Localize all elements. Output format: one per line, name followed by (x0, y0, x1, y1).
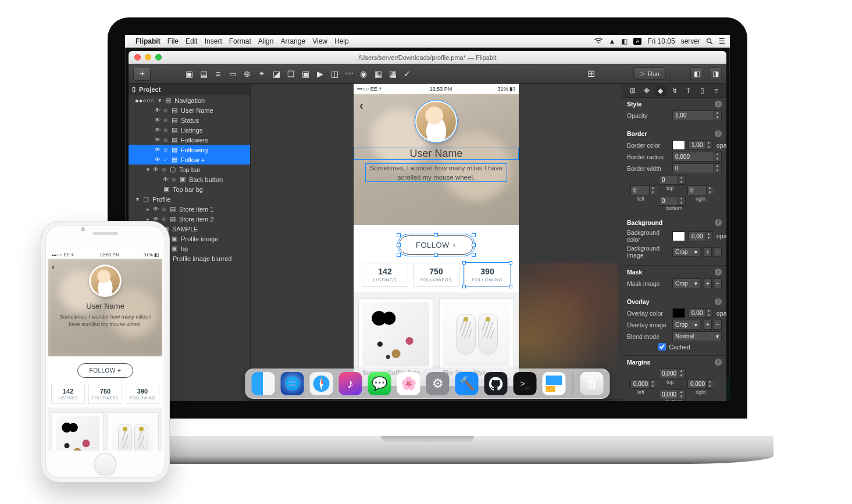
dock-trash-icon[interactable]: 🗑 (580, 372, 604, 395)
margin-left[interactable]: 0,000▲▼ (630, 379, 657, 389)
dock-terminal-icon[interactable]: >_ (514, 372, 537, 395)
window-titlebar[interactable]: /Users/server/Downloads/profile.pma* — F… (129, 51, 726, 64)
layer-row-status[interactable]: 👁⊘▤Status (129, 115, 250, 125)
stat-followers[interactable]: 750FOLLOWERS (88, 384, 122, 404)
image-tool-icon[interactable]: ▣ (183, 68, 195, 80)
border-width-field[interactable]: 0▲▼ (672, 163, 722, 173)
checkbox-tool-icon[interactable]: ◪ (270, 68, 282, 80)
menubar-align[interactable]: Align (258, 37, 274, 45)
overlay-color-swatch[interactable] (672, 308, 685, 318)
follow-button[interactable]: FOLLOW + (77, 363, 134, 378)
layer-row-follow-plus[interactable]: 👁✓▤Follow + (129, 155, 250, 165)
tab-style-icon[interactable]: ◆ (655, 85, 666, 96)
close-window-button[interactable] (134, 54, 141, 60)
menubar-view[interactable]: View (312, 37, 327, 45)
layer-row-username[interactable]: 👁⊘▤User Name (129, 105, 250, 115)
border-right[interactable]: 0▲▼ (687, 185, 714, 195)
stat-following[interactable]: 390 FOLLOWING (464, 263, 511, 287)
grid-toggle-icon[interactable]: ⊞ (587, 68, 595, 79)
card-street[interactable]: The Street Style (108, 412, 159, 451)
layer-row-topbar[interactable]: ▼👁⊘▢Top bar (129, 165, 250, 174)
info-icon[interactable]: i (715, 130, 722, 137)
border-color-swatch[interactable] (672, 140, 685, 150)
tab-actions-icon[interactable]: ↯ (669, 85, 680, 96)
tab-db-icon[interactable]: ≡ (711, 85, 722, 96)
dock-safari-icon[interactable] (310, 372, 333, 395)
dock-globe-icon[interactable]: 🌐 (281, 372, 304, 395)
mask-image-add[interactable]: + (704, 278, 712, 288)
menubar-insert[interactable]: Insert (205, 37, 222, 45)
spotlight-icon[interactable]: ◧ (621, 37, 628, 45)
profile-bio[interactable]: Sometimes, I wonder how many miles I hav… (365, 163, 507, 182)
dock-finder-icon[interactable] (252, 372, 275, 395)
bg-color-opacity[interactable]: 0,00▲▼ (689, 231, 713, 241)
follow-button[interactable]: FOLLOW + (399, 235, 473, 255)
dock-xcode-icon[interactable]: 🔨 (455, 372, 479, 395)
overlay-image-mode[interactable]: Crop▾ (672, 320, 700, 330)
layer-row-backbutton[interactable]: 👁⊘▣Back button (129, 174, 250, 184)
calendar-tool-icon[interactable]: ▦ (372, 68, 384, 80)
menubar-file[interactable]: File (167, 37, 179, 45)
keyboard-indicator-icon[interactable]: A (633, 38, 641, 45)
margin-right[interactable]: 0,000▲▼ (687, 379, 714, 389)
margin-top[interactable]: 0,000▲▼ (659, 369, 686, 378)
minimize-window-button[interactable] (145, 54, 151, 60)
dock-flipabit-icon[interactable] (543, 372, 566, 395)
profile-username[interactable]: User Name (354, 148, 519, 160)
menubar-app[interactable]: Flipabit (136, 37, 161, 45)
avatar[interactable] (415, 100, 458, 143)
menubar-user[interactable]: server (681, 37, 700, 45)
stack-tool-icon[interactable]: ❏ (285, 68, 297, 80)
dock-music-icon[interactable]: ♪ (339, 372, 362, 395)
info-icon[interactable]: i (715, 101, 722, 108)
stat-listings[interactable]: 142 LISTINGS (362, 263, 408, 287)
notifications-icon[interactable]: ☰ (719, 37, 725, 45)
info-icon[interactable]: i (715, 298, 722, 305)
map-tool-icon[interactable]: ⌖ (256, 68, 268, 80)
border-color-opacity[interactable]: 1,00▲▼ (689, 140, 713, 150)
overlay-image-add[interactable]: + (704, 320, 712, 330)
blend-mode-select[interactable]: Normal▾ (672, 331, 722, 341)
tab-text-icon[interactable]: T (683, 85, 694, 96)
layer-row-topbar-bg[interactable]: ▣Top bar bg (129, 184, 250, 194)
menubar-format[interactable]: Format (229, 37, 251, 45)
stat-followers[interactable]: 750 FOLLOWERS (413, 263, 459, 287)
avatar[interactable] (89, 264, 122, 297)
menubar-help[interactable]: Help (334, 37, 349, 45)
stat-listings[interactable]: 142LISTINGS (51, 384, 85, 404)
back-button[interactable]: ‹ (359, 99, 363, 112)
dock-messages-icon[interactable]: 💬 (368, 372, 391, 395)
margin-bottom[interactable]: 0,000▲▼ (659, 389, 686, 399)
layer-row-followers[interactable]: 👁⊘▤Followers (129, 135, 250, 145)
graph-tool-icon[interactable]: 〰 (343, 68, 355, 80)
search-icon[interactable] (706, 38, 713, 45)
border-bottom[interactable]: 0▲▼ (659, 196, 686, 206)
bg-image-remove[interactable]: − (714, 247, 722, 257)
phone-artboard[interactable]: •••○○ EE ᯤ 12:53 PM 31% ▮▯ ‹ User Name (354, 84, 519, 380)
add-button[interactable]: ＋ (133, 67, 151, 81)
web-tool-icon[interactable]: ⊕ (241, 68, 253, 80)
info-icon[interactable]: i (715, 269, 722, 276)
panel-left-toggle[interactable]: ◧ (690, 67, 703, 80)
info-icon[interactable]: i (715, 219, 722, 226)
layer-row-store1[interactable]: ▸👁⊘▤Store item 1 (129, 204, 250, 214)
layer-row-navigation[interactable]: ●●○○○ ▼▤Navigation (129, 95, 250, 105)
opacity-field[interactable]: 1,00▲▼ (672, 110, 722, 120)
menubar-clock[interactable]: Fri 10:05 (647, 37, 675, 45)
dock-photos-icon[interactable]: 🌸 (397, 372, 420, 395)
run-button[interactable]: ▷ Run (633, 67, 666, 80)
chart-tool-icon[interactable]: ◫ (329, 68, 340, 80)
card-street[interactable]: The Street Style (439, 298, 514, 380)
zoom-window-button[interactable] (155, 54, 162, 60)
overlay-color-opacity[interactable]: 0,00▲▼ (689, 308, 713, 318)
text-tool-icon[interactable]: ≡ (212, 68, 224, 80)
bg-image-mode[interactable]: Crop▾ (672, 247, 700, 257)
wifi-icon[interactable] (594, 38, 603, 44)
video-tool-icon[interactable]: ▶ (314, 68, 326, 80)
tab-geometry-icon[interactable]: ⊞ (628, 85, 638, 96)
panel-right-toggle[interactable]: ◨ (709, 67, 722, 80)
home-button[interactable] (94, 453, 117, 476)
mask-image-remove[interactable]: − (714, 278, 722, 288)
layer-row-listings[interactable]: 👁⊘▤Listings (129, 125, 250, 135)
canvas-area[interactable]: •••○○ EE ᯤ 12:53 PM 31% ▮▯ ‹ User Name (251, 84, 622, 401)
